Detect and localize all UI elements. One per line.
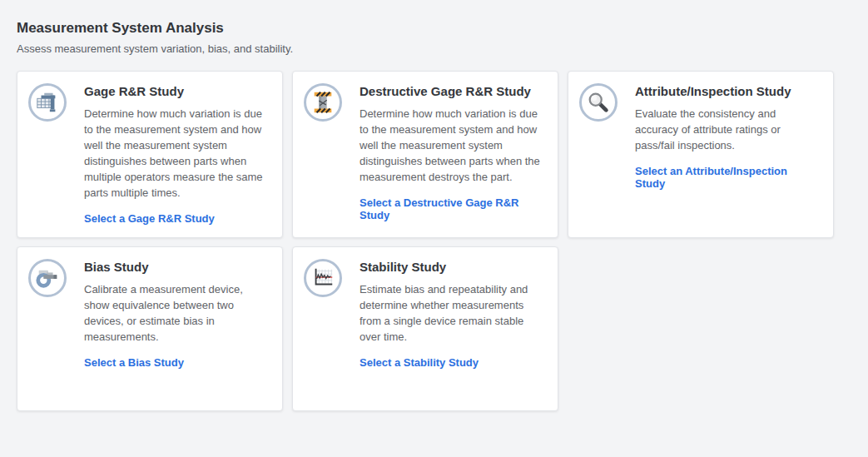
select-destructive-gage-rr-study-link[interactable]: Select a Destructive Gage R&R Study [360,196,541,221]
card-description: Determine how much variation is due to t… [84,106,265,201]
card-destructive-gage-rr-study: Destructive Gage R&R Study Determine how… [292,71,558,238]
card-title: Bias Study [84,259,265,275]
destructive-test-icon [304,83,342,122]
select-gage-rr-study-link[interactable]: Select a Gage R&R Study [84,212,215,225]
study-card-grid: Gage R&R Study Determine how much variat… [17,71,851,411]
card-bias-study: Bias Study Calibrate a measurement devic… [17,246,283,411]
card-title: Stability Study [360,259,541,275]
card-attribute-inspection-study: Attribute/Inspection Study Evaluate the … [568,71,834,238]
card-title: Attribute/Inspection Study [635,83,816,99]
magnifier-icon [579,83,618,122]
select-attribute-inspection-study-link[interactable]: Select an Attribute/Inspection Study [635,165,816,190]
select-bias-study-link[interactable]: Select a Bias Study [84,356,184,369]
card-title: Gage R&R Study [84,83,265,99]
page-subtitle: Assess measurement system variation, bia… [17,42,868,55]
card-description: Evaluate the consistency and accuracy of… [635,106,816,153]
card-title: Destructive Gage R&R Study [360,83,541,99]
card-gage-rr-study: Gage R&R Study Determine how much variat… [17,71,283,238]
card-description: Estimate bias and repeatability and dete… [360,281,541,345]
gage-icon [28,83,67,122]
msa-panel: Measurement System Analysis Assess measu… [0,0,868,411]
select-stability-study-link[interactable]: Select a Stability Study [360,356,479,369]
card-description: Calibrate a measurement device, show equ… [84,281,265,345]
control-chart-icon [304,259,342,297]
micrometer-icon [28,259,67,297]
card-stability-study: Stability Study Estimate bias and repeat… [292,246,558,411]
card-description: Determine how much variation is due to t… [360,106,541,185]
page-title: Measurement System Analysis [17,20,868,37]
